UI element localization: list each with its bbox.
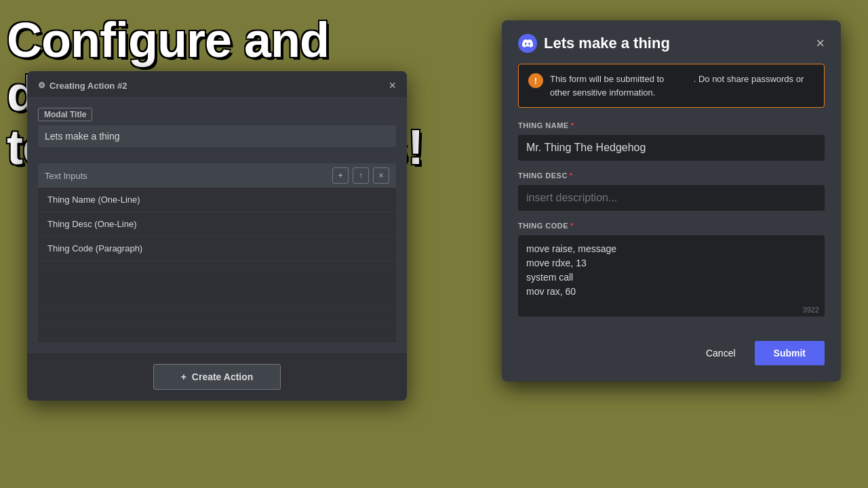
text-inputs-list: Thing Name (One-Line) Thing Desc (One-Li… — [38, 188, 396, 342]
thing-name-input[interactable] — [518, 135, 825, 161]
char-count: 3922 — [803, 306, 819, 314]
add-input-button[interactable]: + — [332, 167, 349, 184]
required-star-code: * — [570, 222, 574, 230]
create-action-plus-icon: + — [181, 371, 186, 382]
move-input-button[interactable]: ↑ — [353, 167, 369, 184]
list-item[interactable]: Thing Name (One-Line) — [38, 188, 396, 212]
cancel-button[interactable]: Cancel — [698, 342, 744, 364]
text-inputs-section: Text Inputs + ↑ × Thing Name (One-Line) … — [38, 163, 396, 342]
warning-text: This form will be submitted to . Do not … — [550, 73, 814, 99]
thing-desc-input[interactable] — [518, 185, 825, 211]
left-modal-footer: + Create Action — [27, 353, 407, 401]
thing-name-section: THING NAME * — [502, 121, 841, 161]
right-modal-close-button[interactable]: × — [816, 36, 825, 51]
text-inputs-header: Text Inputs + ↑ × — [38, 163, 396, 188]
required-star: * — [571, 121, 574, 129]
modal-title-label: Modal Title — [38, 108, 92, 121]
discord-logo — [518, 34, 537, 53]
text-inputs-label: Text Inputs — [45, 171, 87, 181]
right-modal-title-row: Lets make a thing — [518, 34, 670, 53]
thing-desc-label: THING DESC * — [518, 171, 825, 180]
create-action-button[interactable]: + Create Action — [153, 364, 281, 390]
empty-area — [38, 261, 396, 342]
thing-code-wrapper: move raise, message move rdxe, 13 system… — [518, 235, 825, 319]
thing-name-label: THING NAME * — [518, 121, 825, 129]
required-star-desc: * — [570, 171, 573, 180]
submit-button[interactable]: Submit — [755, 341, 825, 365]
right-modal-header: Lets make a thing × — [502, 20, 841, 64]
thing-code-section: THING CODE * move raise, message move rd… — [502, 222, 841, 319]
thing-code-label: THING CODE * — [518, 222, 825, 230]
left-modal: Creating Action #2 × Modal Title Text In… — [27, 71, 407, 401]
create-action-label: Create Action — [192, 371, 254, 382]
delete-input-button[interactable]: × — [373, 167, 389, 184]
warning-icon: ! — [528, 73, 543, 88]
right-modal: Lets make a thing × ! This form will be … — [502, 20, 841, 382]
modal-title-input[interactable] — [38, 125, 396, 147]
left-modal-title: Creating Action #2 — [38, 81, 127, 91]
right-modal-footer: Cancel Submit — [502, 330, 841, 365]
thing-code-textarea[interactable]: move raise, message move rdxe, 13 system… — [518, 235, 825, 317]
text-inputs-controls: + ↑ × — [332, 167, 389, 184]
list-item[interactable]: Thing Code (Paragraph) — [38, 237, 396, 261]
thing-desc-section: THING DESC * — [502, 171, 841, 211]
warning-banner: ! This form will be submitted to . Do no… — [518, 64, 825, 108]
right-modal-title: Lets make a thing — [544, 35, 670, 52]
left-modal-body: Modal Title Text Inputs + ↑ × Thing Name… — [27, 97, 407, 353]
list-item[interactable]: Thing Desc (One-Line) — [38, 212, 396, 237]
left-modal-close-button[interactable]: × — [389, 79, 396, 92]
left-modal-header: Creating Action #2 × — [27, 71, 407, 97]
